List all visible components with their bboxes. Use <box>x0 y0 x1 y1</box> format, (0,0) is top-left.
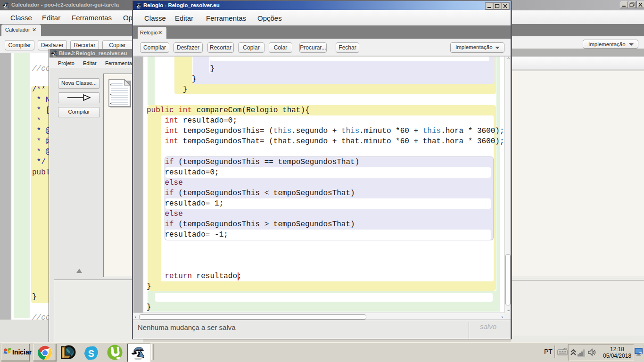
svg-text:S: S <box>88 348 94 359</box>
